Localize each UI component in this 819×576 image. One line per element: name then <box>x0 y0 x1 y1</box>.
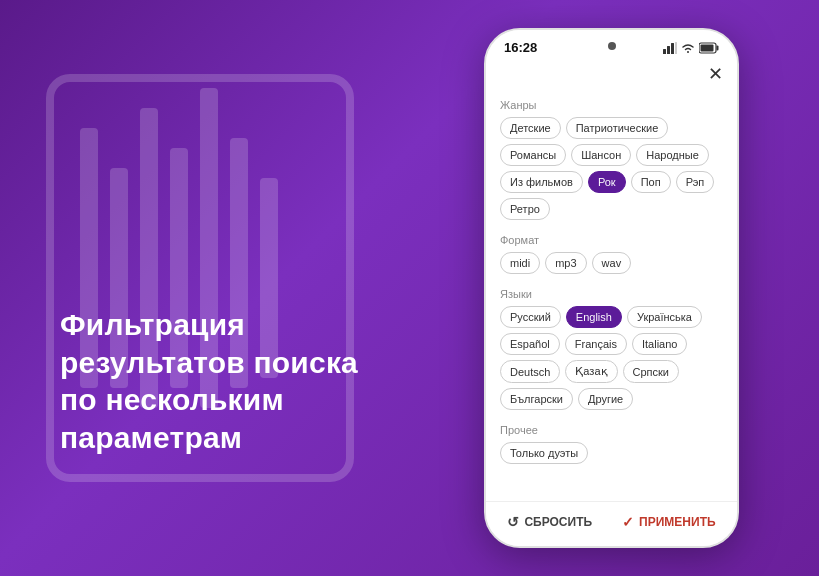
apply-label: ПРИМЕНИТЬ <box>639 515 716 529</box>
wifi-icon <box>681 42 695 54</box>
tag-из-фильмов[interactable]: Из фильмов <box>500 171 583 193</box>
tag-қазақ[interactable]: Қазақ <box>565 360 617 383</box>
apply-icon: ✓ <box>622 514 634 530</box>
svg-rect-11 <box>675 42 677 54</box>
tags-row-format: midimp3wav <box>500 252 723 274</box>
section-label-other: Прочее <box>500 424 723 436</box>
tag-deutsch[interactable]: Deutsch <box>500 360 560 383</box>
tag-шансон[interactable]: Шансон <box>571 144 631 166</box>
svg-rect-10 <box>671 43 674 54</box>
close-row: ✕ <box>500 59 723 87</box>
section-label-languages: Языки <box>500 288 723 300</box>
tag-english[interactable]: English <box>566 306 622 328</box>
tag-wav[interactable]: wav <box>592 252 632 274</box>
tag-рэп[interactable]: Рэп <box>676 171 715 193</box>
tag-русский[interactable]: Русский <box>500 306 561 328</box>
phone-filter-content[interactable]: ✕ ЖанрыДетскиеПатриотическиеРомансыШансо… <box>486 59 737 501</box>
close-button[interactable]: ✕ <box>708 65 723 83</box>
apply-button[interactable]: ✓ ПРИМЕНИТЬ <box>622 514 716 530</box>
battery-icon <box>699 42 719 54</box>
tag-ретро[interactable]: Ретро <box>500 198 550 220</box>
phone-mockup: 16:28 <box>484 28 739 548</box>
svg-rect-9 <box>667 46 670 54</box>
reset-label: СБРОСИТЬ <box>524 515 592 529</box>
status-icons <box>663 42 719 54</box>
tags-row-other: Только дуэты <box>500 442 723 464</box>
tag-народные[interactable]: Народные <box>636 144 709 166</box>
section-label-format: Формат <box>500 234 723 246</box>
page-title: Фильтрация результатов поиска по несколь… <box>60 306 380 456</box>
tag-українська[interactable]: Українська <box>627 306 702 328</box>
tag-детские[interactable]: Детские <box>500 117 561 139</box>
svg-rect-14 <box>701 44 714 51</box>
tag-поп[interactable]: Поп <box>631 171 671 193</box>
tag-midi[interactable]: midi <box>500 252 540 274</box>
phone-notch <box>608 42 616 50</box>
tag-только-дуэты[interactable]: Только дуэты <box>500 442 588 464</box>
tag-рок[interactable]: Рок <box>588 171 626 193</box>
tag-español[interactable]: Español <box>500 333 560 355</box>
tags-row-genres: ДетскиеПатриотическиеРомансыШансонНародн… <box>500 117 723 220</box>
phone-time: 16:28 <box>504 40 537 55</box>
svg-rect-8 <box>663 49 666 54</box>
reset-button[interactable]: ↺ СБРОСИТЬ <box>507 514 592 530</box>
tag-романсы[interactable]: Романсы <box>500 144 566 166</box>
svg-rect-13 <box>717 45 719 50</box>
tag-français[interactable]: Français <box>565 333 627 355</box>
left-text-block: Фильтрация результатов поиска по несколь… <box>60 306 380 456</box>
signal-icon <box>663 42 677 54</box>
tag-патриотические[interactable]: Патриотические <box>566 117 669 139</box>
tag-другие[interactable]: Другие <box>578 388 633 410</box>
phone-status-bar: 16:28 <box>486 30 737 59</box>
section-label-genres: Жанры <box>500 99 723 111</box>
tag-italiano[interactable]: Italiano <box>632 333 687 355</box>
tag-српски[interactable]: Српски <box>623 360 679 383</box>
tags-row-languages: РусскийEnglishУкраїнськаEspañolFrançaisI… <box>500 306 723 410</box>
tag-български[interactable]: Български <box>500 388 573 410</box>
phone-bottom-bar: ↺ СБРОСИТЬ ✓ ПРИМЕНИТЬ <box>486 501 737 546</box>
reset-icon: ↺ <box>507 514 519 530</box>
tag-mp3[interactable]: mp3 <box>545 252 586 274</box>
